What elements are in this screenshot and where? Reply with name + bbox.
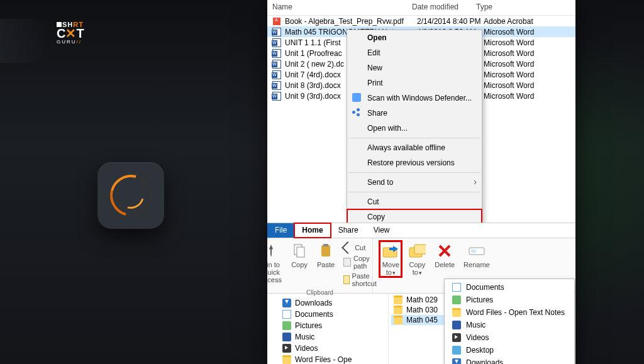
ctx-open[interactable]: Open bbox=[347, 30, 482, 45]
file-type: Adobe Acrobat bbox=[484, 17, 575, 26]
moveto-desktop[interactable]: Desktop bbox=[446, 344, 573, 356]
ctx-scan[interactable]: Scan with Windows Defender... bbox=[347, 91, 482, 106]
ctx-sep bbox=[348, 138, 480, 138]
ctx-offline[interactable]: Always available offline bbox=[347, 140, 482, 155]
paste-button[interactable]: Paste bbox=[314, 241, 337, 270]
nav-music[interactable]: Music bbox=[270, 331, 386, 343]
word-icon bbox=[272, 92, 281, 101]
folder-icon bbox=[452, 308, 461, 317]
rename-icon bbox=[468, 242, 486, 260]
ctx-new[interactable]: New bbox=[347, 60, 482, 75]
nav-downloads[interactable]: Downloads bbox=[270, 297, 386, 309]
pin-icon bbox=[267, 242, 280, 260]
documents-icon bbox=[282, 310, 291, 319]
nav-tree[interactable]: Downloads Documents Pictures Music Video… bbox=[267, 294, 389, 364]
ctx-openwith[interactable]: Open with... bbox=[347, 121, 482, 136]
moveto-music[interactable]: Music bbox=[446, 319, 573, 331]
word-icon bbox=[272, 28, 281, 36]
pasteshortcut-icon bbox=[343, 275, 349, 284]
moveto-icon bbox=[382, 242, 399, 260]
svg-rect-1 bbox=[297, 247, 304, 257]
nav-documents[interactable]: Documents bbox=[270, 309, 386, 320]
ctx-print[interactable]: Print bbox=[347, 75, 482, 91]
file-date: 2/14/2014 8:40 PM bbox=[417, 17, 481, 26]
ctx-copy[interactable]: Copy bbox=[347, 209, 482, 223]
nav-pictures[interactable]: Pictures bbox=[270, 320, 386, 331]
app-ring-icon bbox=[110, 175, 152, 216]
file-type: Microsoft Word bbox=[484, 60, 575, 69]
col-name[interactable]: Name bbox=[272, 3, 412, 11]
ctx-restore[interactable]: Restore previous versions bbox=[347, 155, 482, 170]
downloads-icon bbox=[452, 358, 461, 364]
file-type: Microsoft Word bbox=[484, 38, 575, 47]
videos-icon bbox=[282, 344, 291, 353]
videos-icon bbox=[452, 333, 461, 342]
ribbon-window: File Home Share View Pin to Quick access… bbox=[267, 223, 575, 364]
delete-icon bbox=[436, 242, 453, 260]
app-tile bbox=[97, 162, 164, 229]
moveto-pictures[interactable]: Pictures bbox=[446, 294, 573, 306]
svg-rect-3 bbox=[323, 244, 328, 246]
column-headers[interactable]: Name Date modified Type bbox=[267, 0, 575, 16]
tab-share[interactable]: Share bbox=[331, 223, 366, 238]
file-name: Book - Algebra_Test_Prep_Rvw.pdf bbox=[285, 17, 414, 26]
col-date[interactable]: Date modified bbox=[412, 3, 476, 11]
svg-rect-2 bbox=[321, 245, 330, 256]
copypath-icon bbox=[343, 258, 351, 267]
paste-icon bbox=[317, 242, 335, 260]
folder-icon bbox=[282, 355, 291, 364]
folder-icon bbox=[394, 306, 402, 314]
svg-rect-8 bbox=[471, 250, 476, 253]
moveto-button[interactable]: Move to▾ bbox=[379, 241, 402, 277]
ctx-cut[interactable]: Cut bbox=[347, 194, 482, 209]
ctx-sep bbox=[348, 192, 480, 192]
music-icon bbox=[282, 333, 291, 341]
copy-icon bbox=[291, 242, 308, 260]
moveto-dropdown[interactable]: Documents Pictures Word Files - Open Tex… bbox=[444, 279, 575, 364]
ribbon-tabs[interactable]: File Home Share View bbox=[267, 223, 575, 238]
ctx-sendto[interactable]: Send to bbox=[347, 175, 482, 190]
moveto-documents[interactable]: Documents bbox=[446, 281, 573, 294]
ctx-share[interactable]: Share bbox=[347, 106, 482, 121]
context-menu[interactable]: Open Edit New Print Scan with Windows De… bbox=[347, 30, 482, 223]
file-list-pane: Name Date modified Type Book - Algebra_T… bbox=[267, 0, 575, 223]
folder-icon bbox=[394, 295, 402, 304]
moveto-videos[interactable]: Videos bbox=[446, 331, 573, 344]
col-type[interactable]: Type bbox=[476, 3, 575, 11]
tab-home[interactable]: Home bbox=[294, 223, 330, 238]
file-type: Microsoft Word bbox=[484, 49, 575, 58]
moveto-downloads[interactable]: Downloads bbox=[446, 356, 573, 364]
ribbon-group-clipboard: Pin to Quick access Copy Paste Cut Copy … bbox=[267, 238, 373, 293]
file-row[interactable]: Book - Algebra_Test_Prep_Rvw.pdf2/14/201… bbox=[267, 16, 575, 26]
nav-videos[interactable]: Videos bbox=[270, 343, 386, 354]
word-icon bbox=[272, 49, 281, 58]
moveto-wordfiles[interactable]: Word Files - Open Text Notes bbox=[446, 306, 573, 319]
downloads-icon bbox=[282, 299, 291, 307]
tab-view[interactable]: View bbox=[366, 223, 397, 238]
documents-icon bbox=[452, 283, 461, 292]
pin-quickaccess-button[interactable]: Pin to Quick access bbox=[267, 241, 284, 285]
copyto-icon bbox=[408, 242, 426, 260]
pdf-icon bbox=[272, 17, 281, 26]
pictures-icon bbox=[282, 321, 291, 330]
pictures-icon bbox=[452, 295, 461, 304]
ctx-edit[interactable]: Edit bbox=[347, 45, 482, 60]
desktop-icon bbox=[452, 346, 461, 355]
file-type: Microsoft Word bbox=[484, 70, 575, 79]
file-type: Microsoft Word bbox=[484, 81, 575, 90]
scissors-icon bbox=[341, 241, 354, 254]
word-icon bbox=[272, 70, 281, 79]
file-type: Microsoft Word bbox=[484, 28, 575, 36]
ctx-sep bbox=[348, 172, 480, 173]
copyto-button[interactable]: Copy to▾ bbox=[406, 241, 428, 277]
music-icon bbox=[452, 321, 461, 329]
rename-button[interactable]: Rename bbox=[461, 241, 492, 270]
word-icon bbox=[272, 60, 281, 69]
tab-file[interactable]: File bbox=[267, 223, 294, 238]
folder-icon bbox=[394, 316, 402, 324]
delete-button[interactable]: Delete bbox=[432, 241, 457, 270]
word-icon bbox=[272, 38, 281, 47]
shield-icon bbox=[352, 93, 361, 102]
nav-wordfiles[interactable]: Word Files - Ope bbox=[270, 354, 386, 364]
copy-button[interactable]: Copy bbox=[288, 241, 311, 270]
